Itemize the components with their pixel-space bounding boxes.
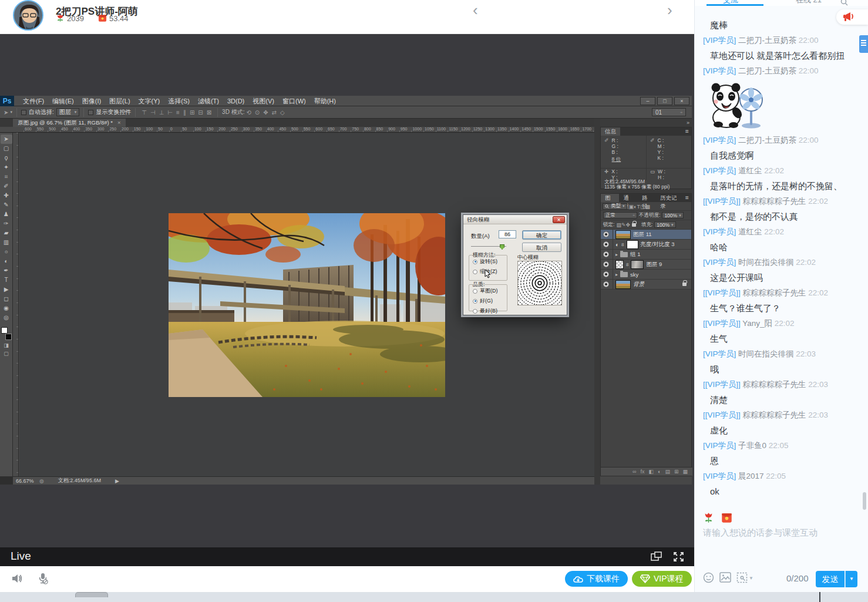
show-transform-checkbox[interactable] [88,110,93,115]
red-envelope-gift-icon[interactable] [721,512,732,524]
emoji-icon[interactable] [703,572,714,583]
expand-triangle-icon[interactable]: ▸ [615,252,618,257]
menu-item[interactable]: 帮助(H) [310,96,340,106]
align-icon[interactable]: ⊠ [207,109,211,116]
auto-select-dropdown[interactable]: 图层▾ [56,108,80,116]
chat-scrollbar[interactable] [863,492,866,510]
layer-name[interactable]: 背景 [633,281,644,288]
blur-method-radio[interactable] [473,270,477,274]
align-icon[interactable]: ∥ [183,109,186,116]
close-icon[interactable]: × [674,97,689,105]
align-icon[interactable]: ⊥ [159,109,164,116]
align-icon[interactable]: ⊞ [190,109,194,116]
image-icon[interactable] [719,572,731,583]
document-tab[interactable]: 原图.jpg @ 66.7% (图层 11, RGB/8#) *× [13,119,126,127]
collapse-panels-icon[interactable]: » [687,120,689,126]
menu-item[interactable]: 图层(L) [105,96,134,106]
layer-name[interactable]: 亮度/对比度 3 [641,241,675,248]
align-icon[interactable]: ⊢ [167,109,173,116]
align-icon[interactable]: ⊟ [198,109,203,116]
chat-username[interactable]: 二把刀-土豆奶茶 [736,136,799,144]
quality-option[interactable]: 好(G) [473,297,507,305]
layers-action-icon[interactable]: fx [640,469,644,475]
amount-slider[interactable] [471,244,506,250]
speaker-icon[interactable] [12,573,23,584]
hand-tool[interactable]: ◉ [1,304,12,313]
color-swatches[interactable] [1,327,12,340]
vip-course-button[interactable]: VIP课程 [632,571,692,587]
path-select-tool[interactable]: ▶ [1,285,12,294]
amount-input[interactable]: 86 [499,230,516,238]
chat-input[interactable]: 请输入想说的话参与课堂互动 [703,527,856,563]
send-options-arrow[interactable]: ▼ [845,571,857,587]
layers-action-icon[interactable]: ⊞ [674,469,679,475]
expand-triangle-icon[interactable]: ▸ [615,272,618,277]
auto-select-checkbox[interactable] [21,110,26,115]
tab-info[interactable]: 信息 [601,127,620,136]
cancel-button[interactable]: 取消 [522,243,561,252]
visibility-eye-icon[interactable] [603,281,609,287]
minimize-icon[interactable]: – [640,97,655,105]
quality-option[interactable]: 最好(B) [473,307,507,315]
layer-name[interactable]: 图层 11 [633,231,652,238]
gradient-tool[interactable]: ▥ [1,238,12,247]
panel-menu-icon[interactable]: ≣ [685,127,691,136]
menu-item[interactable]: 滤镜(T) [194,96,223,106]
eraser-tool[interactable]: ▰ [1,228,12,238]
lock-icon[interactable]: ✥ [625,222,630,228]
chat-username[interactable]: 二把刀-土豆奶茶 [736,66,799,75]
layer-name[interactable]: sky [630,271,638,278]
tab-路径[interactable]: 路径 [638,194,656,202]
microphone-muted-icon[interactable] [38,573,48,585]
layer-name[interactable]: 图层 9 [646,261,662,268]
menu-item[interactable]: 选择(S) [164,96,194,106]
menu-item[interactable]: 文件(F) [19,96,48,106]
zoom-level[interactable]: 66.67% [16,478,39,484]
pen-tool[interactable]: ✒ [1,266,12,275]
chat-username[interactable]: 道红尘 [736,166,764,175]
tool-preset-arrow[interactable]: ▾ [10,110,12,115]
mode3d-icon[interactable]: ◇ [280,109,285,116]
layer-row[interactable]: ◐8亮度/对比度 3 [601,240,691,250]
type-tool[interactable]: T [1,275,12,285]
flower-gift-icon[interactable] [703,512,714,524]
search-icon[interactable] [840,0,848,6]
blur-center-preview[interactable] [517,261,562,305]
tab-图层[interactable]: 图层 [601,194,619,202]
background-swatch[interactable] [5,334,12,340]
mode3d-icon[interactable]: ✥ [263,109,268,116]
chat-message-list[interactable]: 魔棒[VIP学员] 二把刀-土豆奶茶 22:00草地还可以 就是落叶怎么看都别扭… [695,18,868,510]
layer-row[interactable]: 图层 11 [601,230,691,240]
dodge-tool[interactable]: ◐ [1,257,12,266]
chat-username[interactable]: 粽粽粽粽粽子先生 [741,411,809,419]
visibility-eye-icon[interactable] [603,251,609,257]
blur-method-option[interactable]: 旋转(S) [473,258,507,265]
layer-filter-icon[interactable]: ▩ [645,204,650,210]
filter-type-dropdown[interactable]: 类型▾ [603,203,627,210]
foreground-swatch[interactable] [1,327,8,334]
layers-action-icon[interactable]: ◧ [648,469,654,475]
prev-arrow-button[interactable]: ‹ [473,1,478,19]
chat-username[interactable]: 二把刀-土豆奶茶 [736,36,799,45]
menu-item[interactable]: 窗口(W) [278,96,310,106]
menu-item[interactable]: 编辑(E) [48,96,78,106]
layers-action-icon[interactable]: ◐ [658,469,661,475]
menu-item[interactable]: 视图(V) [248,96,278,106]
blend-mode-dropdown[interactable]: 正常÷ [603,212,637,218]
eyedropper-tool[interactable]: ✐ [1,181,12,191]
ok-button[interactable]: 确定 [522,230,561,240]
crop-tool[interactable]: ⌗ [1,172,12,181]
layers-action-icon[interactable]: ▤ [665,469,670,475]
menu-item[interactable]: 3D(D) [223,96,248,106]
workspace-dropdown[interactable]: 01÷ [652,108,686,116]
layer-name[interactable]: 组 1 [630,251,640,258]
visibility-eye-icon[interactable] [603,271,609,277]
healing-brush-tool[interactable]: ✚ [1,191,12,200]
move-tool-icon[interactable]: ➤ [4,109,8,116]
align-icon[interactable]: ⊤ [142,109,147,116]
opacity-dropdown[interactable]: 100%▾ [662,212,683,218]
tab-通道[interactable]: 通道 [619,194,637,202]
visibility-eye-icon[interactable] [603,231,609,237]
quick-mask-icon[interactable]: ◨ [4,342,9,348]
chat-username[interactable]: 道红尘 [736,227,764,236]
